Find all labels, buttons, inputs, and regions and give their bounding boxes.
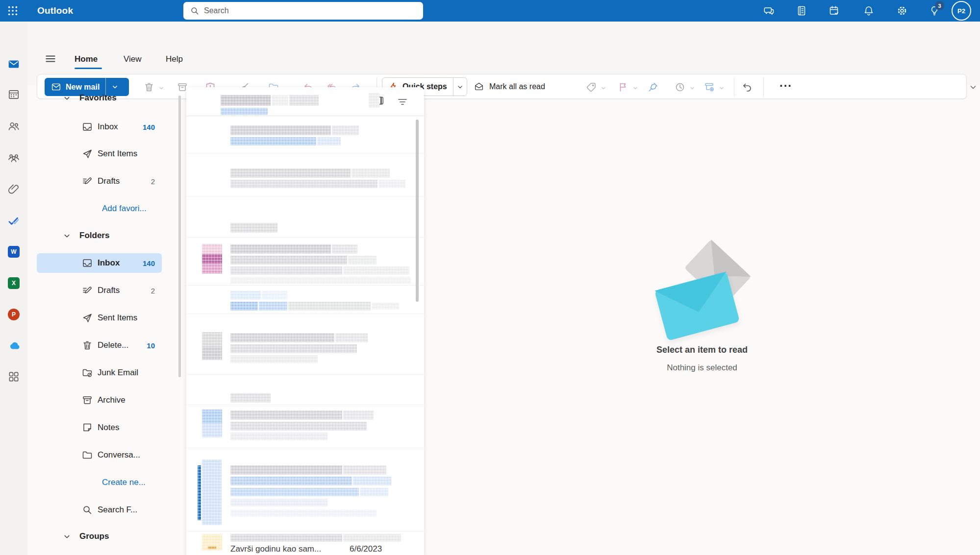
drafts-icon [81, 285, 93, 296]
redacted-block [230, 302, 258, 311]
message-subject[interactable]: Završi godinu kao sam... [230, 544, 321, 554]
folder-inbox[interactable]: Inbox 140 [37, 253, 162, 273]
onenote-feed-icon[interactable] [796, 5, 808, 17]
redacted-block [335, 333, 368, 342]
folder-deleted-items[interactable]: Delete... 10 [37, 336, 162, 355]
redacted-block [230, 534, 342, 542]
folder-conversation-history[interactable]: Conversa... [37, 445, 162, 465]
todo-module-icon[interactable] [7, 215, 20, 227]
list-divider [186, 116, 424, 116]
folder-junk-email[interactable]: Junk Email [37, 363, 162, 383]
settings-gear-icon[interactable] [896, 5, 908, 17]
list-divider [186, 531, 424, 531]
outlook-app: Outlook [0, 0, 980, 555]
redacted-block [348, 256, 377, 265]
my-day-icon[interactable] [829, 5, 840, 17]
redacted-block [332, 244, 357, 254]
search-input[interactable] [203, 1, 423, 20]
redacted-block [230, 509, 377, 517]
people-module-icon[interactable] [7, 120, 20, 133]
redacted-block [262, 291, 287, 300]
folder-notes[interactable]: Notes [37, 418, 162, 437]
groups-module-icon[interactable] [7, 151, 20, 164]
more-apps-icon[interactable] [7, 370, 20, 383]
redacted-block [372, 303, 399, 310]
folder-icon [81, 449, 93, 461]
list-divider [186, 314, 424, 314]
redacted-block [198, 465, 201, 520]
app-rail: W X P [0, 22, 27, 555]
notifications-bell-icon[interactable] [863, 5, 875, 17]
folder-pane: Favorites Inbox 140 Sent Items [27, 85, 183, 555]
redacted-block [230, 256, 347, 265]
envelope-front-illustration [654, 271, 740, 341]
onedrive-app-icon[interactable] [7, 339, 20, 352]
redacted-block [317, 137, 341, 145]
chevron-down-icon [63, 533, 71, 540]
favorite-inbox[interactable]: Inbox 140 [37, 117, 162, 137]
favorite-drafts[interactable]: Drafts 2 [37, 171, 162, 191]
active-tab-indicator [75, 68, 102, 69]
list-divider [186, 448, 424, 448]
search-bar[interactable] [183, 2, 423, 20]
redacted-block [343, 534, 401, 542]
redacted-block [332, 125, 359, 135]
word-app-icon[interactable]: W [8, 246, 20, 258]
tab-home[interactable]: Home [75, 51, 98, 68]
tab-view[interactable]: View [124, 51, 142, 68]
folders-section-header[interactable]: Folders [37, 226, 162, 245]
mail-module-icon[interactable] [7, 58, 20, 71]
redacted-block [221, 95, 271, 106]
redacted-block [230, 277, 411, 284]
top-bar: Outlook [0, 0, 980, 22]
redacted-block [230, 465, 342, 475]
empty-state-subtitle: Nothing is selected [424, 363, 980, 373]
excel-app-icon[interactable]: X [8, 277, 20, 289]
redacted-block [230, 433, 327, 440]
folder-sent-items[interactable]: Sent Items [37, 308, 162, 328]
redacted-block [230, 244, 331, 254]
redacted-block [343, 465, 386, 475]
filter-icon[interactable] [397, 96, 408, 108]
folder-archive[interactable]: Archive [37, 390, 162, 410]
redacted-block [230, 499, 327, 507]
notes-icon [81, 422, 93, 434]
list-divider [186, 405, 424, 405]
drafts-icon [81, 175, 93, 187]
redacted-block [202, 264, 222, 274]
redacted-block [230, 291, 261, 300]
folder-drafts[interactable]: Drafts 2 [37, 281, 162, 300]
redacted-block [230, 223, 277, 233]
chat-icon[interactable] [763, 5, 775, 17]
redacted-block [360, 488, 388, 496]
files-module-icon[interactable] [7, 183, 20, 195]
inbox-icon [81, 257, 93, 269]
calendar-module-icon[interactable] [7, 88, 20, 101]
redacted-block [202, 254, 222, 264]
folder-pane-scrollbar[interactable] [178, 96, 181, 377]
groups-section-header[interactable]: Groups [37, 527, 162, 546]
favorites-section-header[interactable]: Favorites [37, 88, 162, 108]
ribbon: Home View Help New mail [0, 22, 980, 85]
message-list: Završi godinu kao sam... 6/6/2023 [186, 87, 424, 555]
redacted-block [230, 410, 342, 420]
hamburger-menu-icon[interactable] [44, 52, 58, 66]
message-list-scrollbar[interactable] [416, 120, 419, 302]
folder-search-folders[interactable]: Search F... [37, 500, 162, 520]
redacted-block [289, 95, 319, 106]
redacted-block [272, 95, 288, 106]
tips-bulb-icon[interactable]: 3 [929, 5, 940, 17]
redacted-block [230, 169, 351, 178]
archive-icon [81, 394, 93, 406]
redacted-block [202, 424, 222, 437]
redacted-block [202, 410, 222, 424]
redacted-block [202, 244, 222, 254]
list-divider [186, 153, 424, 153]
powerpoint-app-icon[interactable]: P [8, 309, 20, 320]
tab-help[interactable]: Help [166, 51, 183, 68]
favorite-sent-items[interactable]: Sent Items [37, 144, 162, 164]
redacted-block [202, 346, 222, 360]
account-avatar[interactable]: P2 [952, 1, 971, 21]
app-launcher-icon[interactable] [4, 2, 22, 20]
redacted-block [230, 137, 316, 145]
